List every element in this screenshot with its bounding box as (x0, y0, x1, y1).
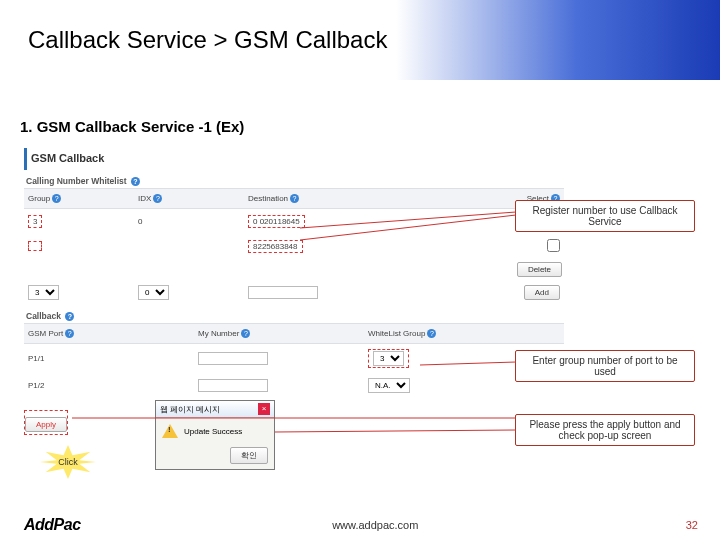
idx-select[interactable]: 0 (138, 285, 169, 300)
whitelist-header-row: Group? IDX? Destination? Select? (24, 188, 564, 209)
mynumber-input[interactable] (198, 379, 268, 392)
callout-apply: Please press the apply button and check … (515, 414, 695, 446)
panel-heading: GSM Callback (24, 148, 564, 170)
ok-button[interactable]: 확인 (230, 447, 268, 464)
callout-register: Register number to use Callback Service (515, 200, 695, 232)
callout-group: Enter group number of port to be used (515, 350, 695, 382)
whitelist-row: 3 0 0 020118645 (24, 209, 564, 234)
help-icon[interactable]: ? (65, 312, 74, 321)
subtitle: 1. GSM Callback Service -1 (Ex) (20, 118, 244, 135)
apply-wrap: Apply (24, 410, 68, 435)
help-icon[interactable]: ? (241, 329, 250, 338)
callback-section-label: Callback ? (24, 305, 564, 323)
popup-title: 웹 페이지 메시지 (160, 404, 220, 415)
whitelist-group-select[interactable]: N.A. (368, 378, 410, 393)
config-panel: GSM Callback Calling Number Whitelist ? … (24, 148, 564, 398)
confirm-popup: 웹 페이지 메시지 × Update Success 확인 (155, 400, 275, 470)
destination-input[interactable] (248, 286, 318, 299)
footer-url: www.addpac.com (81, 519, 670, 531)
whitelist-group-select-wrap: 3 (368, 349, 409, 368)
help-icon[interactable]: ? (427, 329, 436, 338)
help-icon[interactable]: ? (131, 177, 140, 186)
apply-highlight: Apply (24, 410, 68, 435)
group-select[interactable]: 3 (28, 285, 59, 300)
whitelist-add-row: 3 0 Add (24, 280, 564, 305)
click-star: Click (40, 445, 96, 479)
page-number: 32 (670, 519, 720, 531)
help-icon[interactable]: ? (52, 194, 61, 203)
logo: AddPac (0, 516, 81, 534)
whitelist-row: 8225683848 (24, 234, 564, 259)
page-title: Callback Service > GSM Callback (28, 26, 387, 54)
destination-value: 0 020118645 (248, 215, 305, 228)
help-icon[interactable]: ? (290, 194, 299, 203)
help-icon[interactable]: ? (153, 194, 162, 203)
whitelist-actions: Delete (24, 259, 564, 280)
popup-message: Update Success (184, 427, 242, 436)
callback-header-row: GSM Port? My Number? WhiteList Group? (24, 323, 564, 344)
close-icon[interactable]: × (258, 403, 270, 415)
group-value-empty (28, 241, 42, 251)
warning-icon (162, 424, 178, 438)
whitelist-section-label: Calling Number Whitelist ? (24, 170, 564, 188)
destination-value: 8225683848 (248, 240, 303, 253)
callback-row: P1/1 3 (24, 344, 564, 373)
add-button[interactable]: Add (524, 285, 560, 300)
delete-button[interactable]: Delete (517, 262, 562, 277)
apply-button[interactable]: Apply (25, 417, 67, 432)
title-band: Callback Service > GSM Callback (0, 0, 720, 80)
row-select-checkbox[interactable] (547, 239, 560, 252)
whitelist-group-select[interactable]: 3 (373, 351, 404, 366)
mynumber-input[interactable] (198, 352, 268, 365)
help-icon[interactable]: ? (65, 329, 74, 338)
footer: AddPac www.addpac.com 32 (0, 516, 720, 534)
group-value: 3 (28, 215, 42, 228)
svg-line-4 (275, 430, 516, 432)
callback-row: P1/2 N.A. (24, 373, 564, 398)
